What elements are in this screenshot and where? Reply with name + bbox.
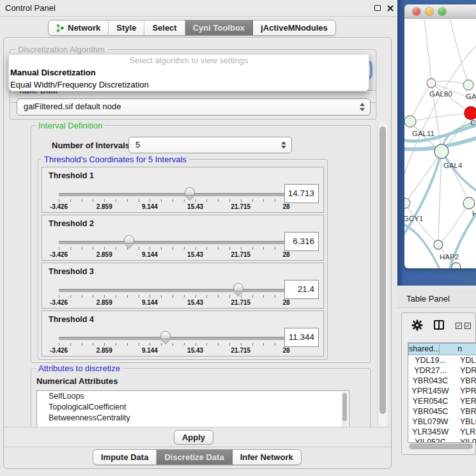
network-node[interactable] [463, 80, 473, 90]
number-of-intervals-dropdown[interactable]: 5 [128, 137, 292, 153]
network-node[interactable] [434, 144, 449, 158]
top-tab-bar: Network Style Select Cyni Toolbox jActiv… [48, 20, 336, 36]
numerical-attributes-label: Numerical Attributes [36, 376, 118, 386]
dropdown-option-equal-width[interactable]: Equal Width/Frequency Discretization [9, 79, 369, 91]
cell-shared-name[interactable]: YER054C [408, 396, 452, 406]
tab-discretize-data[interactable]: Discretize Data [157, 450, 232, 464]
table-row[interactable]: YPR145WYPR1 [408, 386, 476, 396]
tab-cyni-toolbox[interactable]: Cyni Toolbox [185, 20, 253, 35]
network-canvas[interactable]: GAL80GACGAL11GAL4GCY1HHAP2 [404, 19, 476, 268]
threshold-slider[interactable] [59, 241, 286, 244]
network-node[interactable] [427, 79, 436, 88]
cell-shared-name[interactable]: YLR345W [408, 427, 452, 437]
minimize-traffic-light[interactable] [426, 8, 433, 15]
tab-label: Discretize Data [164, 452, 224, 462]
cell-name[interactable]: YDR2 [452, 365, 476, 376]
network-node[interactable] [434, 240, 443, 249]
list-scrollbar[interactable] [342, 392, 348, 427]
table-data-dropdown[interactable]: galFiltered.sif default node [17, 98, 371, 116]
network-node[interactable] [404, 198, 410, 208]
slider-thumb[interactable] [160, 331, 171, 339]
threshold-value-input[interactable]: 21.4 [284, 280, 319, 299]
table-row[interactable]: YBR043CYBR0 [408, 376, 476, 386]
cell-name[interactable]: YBR0 [452, 376, 476, 386]
dropdown-stepper-icon [281, 137, 287, 153]
node-label: HAP2 [440, 253, 459, 261]
cell-shared-name[interactable]: YDL19... [408, 355, 452, 365]
dropdown-stepper-icon [360, 99, 365, 115]
tab-network[interactable]: Network [49, 20, 109, 35]
tab-label: Impute Data [101, 452, 148, 462]
threshold-value-input[interactable]: 14.713 [284, 184, 319, 203]
network-graph: GAL80GACGAL11GAL4GCY1HHAP2 [404, 19, 476, 268]
slider-thumb[interactable] [185, 187, 195, 196]
threshold-slider[interactable] [59, 193, 286, 196]
cell-name[interactable]: YDL1 [452, 355, 476, 365]
tab-select[interactable]: Select [144, 20, 185, 35]
threshold-slider[interactable] [59, 337, 286, 340]
cell-shared-name[interactable]: YPR145W [408, 386, 452, 396]
table-horizontal-scrollbar[interactable] [404, 443, 475, 450]
table-row[interactable]: YBL079WYBL0 [408, 417, 476, 427]
algorithm-dropdown-popup: Select algorithm to view settings Manual… [8, 54, 369, 91]
network-icon [56, 24, 65, 33]
close-traffic-light[interactable] [413, 8, 420, 15]
node-label: GCY1 [404, 215, 423, 222]
cell-shared-name[interactable]: YBR043C [408, 376, 452, 386]
network-desktop-frame: GAL80GACGAL11GAL4GCY1HHAP2 [397, 0, 476, 286]
split-columns-icon[interactable] [434, 320, 444, 330]
threshold-slider[interactable] [59, 289, 286, 292]
network-node[interactable] [464, 107, 476, 119]
tab-style[interactable]: Style [109, 20, 144, 35]
column-header-name[interactable]: n [440, 343, 476, 355]
tab-infer-network[interactable]: Infer Network [233, 450, 301, 464]
threshold-value-input[interactable]: 6.316 [284, 232, 319, 251]
dropdown-option-manual[interactable]: Manual Discretization [9, 66, 369, 79]
cell-name[interactable]: YBR0 [452, 406, 476, 417]
bottom-tab-bar: Impute Data Discretize Data Infer Networ… [93, 449, 302, 465]
list-item[interactable]: SelfLoops [37, 391, 349, 402]
table-toolbar: ✓ ✓ [402, 317, 475, 336]
list-item[interactable]: BetweennessCentrality [37, 413, 349, 424]
tab-impute-data[interactable]: Impute Data [93, 450, 157, 464]
table-row[interactable]: YIL052CYIL0 [408, 437, 476, 443]
network-view-window: GAL80GACGAL11GAL4GCY1HHAP2 [404, 4, 476, 268]
table-row[interactable]: YER054CYER0 [408, 396, 476, 406]
network-node[interactable] [463, 197, 475, 209]
list-item[interactable]: TopologicalCoefficient [37, 402, 349, 413]
node-label: GAL11 [412, 130, 434, 137]
cell-shared-name[interactable]: YIL052C [408, 437, 452, 443]
zoom-traffic-light[interactable] [438, 8, 446, 15]
close-icon[interactable] [387, 4, 394, 12]
table-data-selected-value: galFiltered.sif default node [24, 102, 121, 111]
apply-button[interactable]: Apply [174, 430, 213, 445]
panel-scrollbar[interactable] [378, 121, 387, 427]
cell-name[interactable]: YLR3 [452, 427, 476, 437]
cell-name[interactable]: YIL0 [452, 437, 476, 443]
cell-name[interactable]: YER0 [452, 396, 476, 406]
table-row[interactable]: YLR345WYLR3 [408, 427, 476, 437]
checkbox-icon[interactable]: ✓ [464, 323, 471, 329]
node-label: C [470, 119, 475, 127]
float-window-icon[interactable] [374, 5, 381, 11]
cell-shared-name[interactable]: YBL079W [408, 417, 452, 427]
dropdown-placeholder-option[interactable]: Select algorithm to view settings [9, 55, 369, 66]
network-node[interactable] [452, 263, 461, 268]
checkbox-icon[interactable]: ✓ [456, 323, 462, 329]
tab-jactivemnodules[interactable]: jActiveMNodules [253, 20, 335, 35]
table-row[interactable]: YDL19...YDL1 [408, 355, 476, 365]
threshold-value-input[interactable]: 11.344 [284, 328, 319, 347]
table-row[interactable]: YBR045CYBR0 [408, 406, 476, 417]
slider-thumb[interactable] [124, 235, 134, 243]
gear-icon[interactable] [411, 319, 423, 331]
group-label: Interval Definition [36, 121, 105, 130]
cell-shared-name[interactable]: YDR27... [408, 365, 452, 376]
network-window-titlebar[interactable] [404, 4, 476, 19]
cell-name[interactable]: YBL0 [452, 417, 476, 427]
cell-shared-name[interactable]: YBR045C [408, 406, 452, 417]
network-node[interactable] [404, 116, 416, 127]
slider-thumb[interactable] [233, 283, 243, 291]
column-header-shared-name[interactable]: shared... [408, 343, 440, 355]
cell-name[interactable]: YPR1 [452, 386, 476, 396]
table-row[interactable]: YDR27...YDR2 [408, 365, 476, 376]
